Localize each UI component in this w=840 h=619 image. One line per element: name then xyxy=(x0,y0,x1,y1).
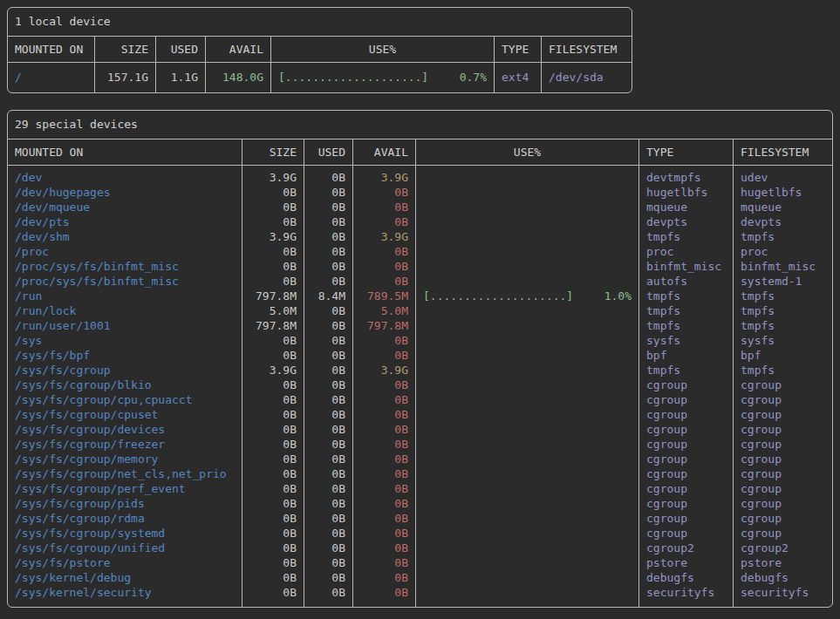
type-cell: tmpfs xyxy=(639,303,733,318)
used-cell: 8.4M xyxy=(304,289,352,303)
mount-cell: /run/user/1001 xyxy=(8,318,242,333)
used-cell: 0B xyxy=(304,185,352,200)
type-cell: cgroup xyxy=(639,378,733,392)
usage-cell xyxy=(416,274,639,289)
filesystem-cell: bpf xyxy=(734,348,832,363)
avail-cell: 0B xyxy=(353,378,415,392)
special-devices-body: /dev3.9G0B3.9Gdevtmpfsudev/dev/hugepages… xyxy=(8,166,832,607)
type-cell: bpf xyxy=(639,348,733,363)
usage-cell xyxy=(416,570,639,585)
type-cell: cgroup xyxy=(639,392,733,407)
table-row: /dev3.9G0B3.9Gdevtmpfsudev xyxy=(8,170,832,185)
filesystem-cell: securityfs xyxy=(734,585,832,600)
size-cell: 0B xyxy=(242,200,304,214)
avail-cell: 0B xyxy=(353,274,415,289)
avail-cell: 0B xyxy=(353,555,415,570)
mount-cell: /proc xyxy=(8,244,242,259)
filesystem-cell: cgroup xyxy=(734,526,832,541)
used-cell: 0B xyxy=(304,348,352,363)
filesystem-cell: tmpfs xyxy=(734,303,832,318)
mount-cell: /sys/fs/cgroup/cpuset xyxy=(8,407,242,422)
used-cell: 0B xyxy=(304,570,352,585)
column-header-used: USED xyxy=(304,139,352,165)
type-cell: cgroup xyxy=(639,422,733,437)
usage-cell xyxy=(416,407,639,422)
column-header-type: TYPE xyxy=(495,37,541,62)
filesystem-cell: cgroup2 xyxy=(734,541,832,555)
type-cell: cgroup2 xyxy=(639,541,733,555)
column-header-type: TYPE xyxy=(639,139,733,165)
usage-cell: [....................]1.0% xyxy=(416,289,639,303)
avail-cell: 0B xyxy=(353,541,415,555)
avail-cell: 0B xyxy=(353,214,415,229)
filesystem-cell: tmpfs xyxy=(734,229,832,244)
used-cell: 0B xyxy=(304,555,352,570)
mount-cell: /sys/fs/cgroup/memory xyxy=(8,452,242,466)
mount-cell: /sys/fs/cgroup/net_cls,net_prio xyxy=(8,466,242,481)
mount-cell: /sys/fs/cgroup/unified xyxy=(8,541,242,555)
size-cell: 0B xyxy=(242,378,304,392)
local-devices-grid: MOUNTED ON SIZE USED AVAIL USE% TYPE FIL… xyxy=(8,37,632,92)
filesystem-cell: tmpfs xyxy=(734,318,832,333)
type-cell: ext4 xyxy=(495,63,541,92)
column-header-filesystem: FILESYSTEM xyxy=(734,139,832,165)
table-row: /dev/shm3.9G0B3.9Gtmpfstmpfs xyxy=(8,229,832,244)
usage-cell xyxy=(416,585,639,600)
filesystem-cell: hugetlbfs xyxy=(734,185,832,200)
type-cell: cgroup xyxy=(639,466,733,481)
filesystem-cell: cgroup xyxy=(734,392,832,407)
filesystem-cell: udev xyxy=(734,170,832,185)
avail-cell: 0B xyxy=(353,200,415,214)
used-cell: 0B xyxy=(304,333,352,348)
avail-cell: 0B xyxy=(353,570,415,585)
mount-cell: /run xyxy=(8,289,242,303)
column-header-mounted-on: MOUNTED ON xyxy=(8,37,94,62)
used-cell: 0B xyxy=(304,511,352,526)
special-devices-grid: MOUNTED ON SIZE USED AVAIL USE% TYPE FIL… xyxy=(8,139,832,607)
type-cell: proc xyxy=(639,244,733,259)
type-cell: cgroup xyxy=(639,496,733,511)
filesystem-cell: cgroup xyxy=(734,496,832,511)
avail-cell: 5.0M xyxy=(353,303,415,318)
usage-cell xyxy=(416,259,639,274)
type-cell: cgroup xyxy=(639,437,733,452)
filesystem-cell: systemd-1 xyxy=(734,274,832,289)
filesystem-cell: cgroup xyxy=(734,511,832,526)
table-row: /proc/sys/fs/binfmt_misc0B0B0Bbinfmt_mis… xyxy=(8,259,832,274)
used-cell: 0B xyxy=(304,244,352,259)
table-row: /sys/fs/cgroup/devices0B0B0Bcgroupcgroup xyxy=(8,422,832,437)
table-row: /sys/fs/cgroup/memory0B0B0Bcgroupcgroup xyxy=(8,452,832,466)
filesystem-cell: /dev/sda xyxy=(542,63,632,92)
mount-cell: /sys/fs/pstore xyxy=(8,555,242,570)
type-cell: tmpfs xyxy=(639,363,733,378)
column-header-used: USED xyxy=(156,37,205,62)
avail-cell: 0B xyxy=(353,585,415,600)
special-devices-table: 29 special devices MOUNTED ON SIZE USED … xyxy=(7,110,833,608)
used-cell: 0B xyxy=(304,526,352,541)
size-cell: 0B xyxy=(242,274,304,289)
usage-bar: [....................] xyxy=(423,289,573,303)
usage-cell xyxy=(416,303,639,318)
avail-cell: 0B xyxy=(353,348,415,363)
filesystem-cell: debugfs xyxy=(734,570,832,585)
avail-cell: 797.8M xyxy=(353,318,415,333)
column-header-mounted-on: MOUNTED ON xyxy=(8,139,242,165)
usage-cell xyxy=(416,378,639,392)
size-cell: 0B xyxy=(242,541,304,555)
filesystem-cell: cgroup xyxy=(734,437,832,452)
used-cell: 0B xyxy=(304,422,352,437)
usage-cell xyxy=(416,229,639,244)
mount-cell: /sys/kernel/security xyxy=(8,585,242,600)
table-row: /sys/fs/cgroup/systemd0B0B0Bcgroupcgroup xyxy=(8,526,832,541)
size-cell: 0B xyxy=(242,466,304,481)
mount-cell: /sys/fs/cgroup/systemd xyxy=(8,526,242,541)
mount-cell: /dev/shm xyxy=(8,229,242,244)
type-cell: autofs xyxy=(639,274,733,289)
size-cell: 0B xyxy=(242,333,304,348)
table-row: /dev/hugepages0B0B0Bhugetlbfshugetlbfs xyxy=(8,185,832,200)
size-cell: 0B xyxy=(242,585,304,600)
type-cell: tmpfs xyxy=(639,289,733,303)
table-row: /sys/fs/cgroup/perf_event0B0B0Bcgroupcgr… xyxy=(8,481,832,496)
size-cell: 0B xyxy=(242,437,304,452)
type-cell: debugfs xyxy=(639,570,733,585)
